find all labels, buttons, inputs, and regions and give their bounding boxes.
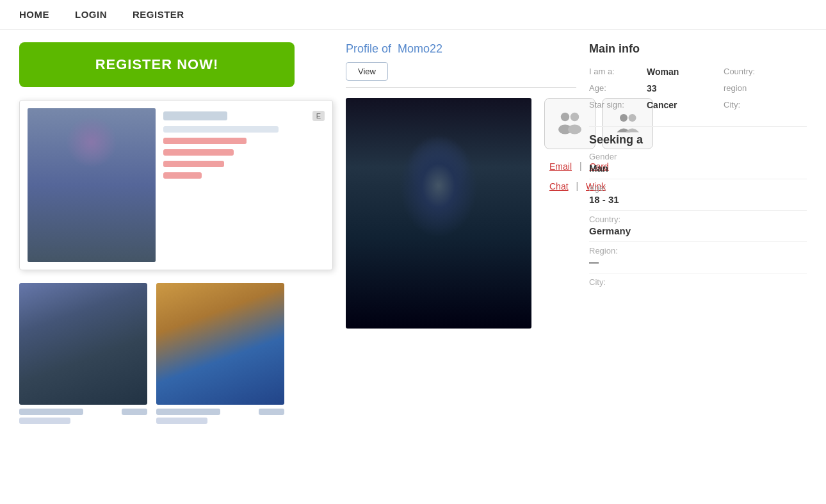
info-row-starsign: Star sign: Cancer City: <box>589 97 807 113</box>
popup-tag-2 <box>163 149 234 156</box>
separator-1: | <box>577 159 584 173</box>
nav-register[interactable]: REGISTER <box>133 9 184 20</box>
seeking-age-value: 18 - 31 <box>589 194 807 205</box>
seeking-title: Seeking a <box>589 133 807 147</box>
navigation: HOME LOGIN REGISTER <box>0 0 826 29</box>
popup-username-blurred <box>163 111 227 120</box>
separator-2: | <box>574 179 581 193</box>
email-link[interactable]: Email <box>544 161 577 172</box>
popup-photo-image <box>28 108 156 262</box>
thumbnail-grid <box>19 283 333 424</box>
svg-point-2 <box>571 113 579 122</box>
main-profile-photo <box>346 98 531 329</box>
age-label: Age: <box>589 80 647 97</box>
nav-login[interactable]: LOGIN <box>75 9 107 20</box>
thumb-name-blurred-2 <box>156 409 220 415</box>
thumb-name-blurred-1 <box>19 409 83 415</box>
chat-link[interactable]: Chat <box>544 181 574 191</box>
thumb-meta-1 <box>19 409 147 415</box>
main-photo-image <box>346 98 531 329</box>
seeking-divider-1 <box>589 179 807 179</box>
profile-main: Profile of Momo22 View <box>346 42 576 424</box>
seeking-region-value: — <box>589 257 807 268</box>
main-info-title: Main info <box>589 42 807 56</box>
profile-divider <box>346 87 576 88</box>
thumbnail-item-2[interactable] <box>156 283 284 424</box>
right-panel: Main info I am a: Woman Country: Age: 33… <box>589 42 807 424</box>
profile-title: Profile of Momo22 <box>346 42 576 56</box>
info-row-gender: I am a: Woman Country: <box>589 63 807 80</box>
iam-value: Woman <box>647 63 724 80</box>
popup-profile-photo <box>28 108 156 262</box>
popup-online-badge: E <box>312 111 325 121</box>
nav-home[interactable]: HOME <box>19 9 49 20</box>
thumbnail-item-1[interactable] <box>19 283 147 424</box>
starsign-value: Cancer <box>647 97 724 113</box>
thumbnail-photo-1 <box>19 283 147 405</box>
region-label: region <box>724 80 807 97</box>
seeking-section: Seeking a Gender Man Age: 18 - 31 Countr… <box>589 133 807 287</box>
seeking-divider-2 <box>589 210 807 211</box>
profile-header: Profile of Momo22 View <box>346 42 576 81</box>
starsign-label: Star sign: <box>589 97 647 113</box>
profile-card-popup: E <box>19 100 333 270</box>
seeking-age-label: Age: <box>589 183 807 193</box>
profile-title-prefix: Profile of <box>346 42 391 55</box>
profile-photo-area: Email | Card Chat | Wink <box>346 98 576 329</box>
main-wrapper: REGISTER NOW! E <box>0 29 826 437</box>
main-info-section: Main info I am a: Woman Country: Age: 33… <box>589 42 807 113</box>
thumb-loc-blurred-2 <box>156 418 207 424</box>
right-divider <box>589 126 807 127</box>
seeking-country-label: Country: <box>589 215 807 224</box>
seeking-country-value: Germany <box>589 225 807 236</box>
popup-name-row: E <box>163 111 325 121</box>
svg-point-0 <box>561 113 570 122</box>
main-info-table: I am a: Woman Country: Age: 33 region St… <box>589 63 807 113</box>
left-sidebar: REGISTER NOW! E <box>19 42 333 424</box>
contact-icon-box[interactable] <box>544 98 595 149</box>
thumb-loc-blurred-1 <box>19 418 70 424</box>
popup-desc-blurred <box>163 126 279 133</box>
thumb-age-blurred-1 <box>122 409 147 415</box>
thumb-meta2-2 <box>156 418 284 424</box>
register-now-button[interactable]: REGISTER NOW! <box>19 42 295 87</box>
seeking-region-label: Region: <box>589 246 807 256</box>
thumb-meta2-1 <box>19 418 147 424</box>
people-icon-1 <box>555 108 585 139</box>
info-row-age: Age: 33 region <box>589 80 807 97</box>
age-value: 33 <box>647 80 724 97</box>
iam-label: I am a: <box>589 63 647 80</box>
seeking-divider-3 <box>589 241 807 242</box>
seeking-city-label: City: <box>589 277 807 287</box>
popup-tag-4 <box>163 172 202 179</box>
seeking-gender-value: Man <box>589 163 807 174</box>
seeking-gender-label: Gender <box>589 152 807 161</box>
popup-tag-3 <box>163 161 224 167</box>
city-label: City: <box>724 97 807 113</box>
popup-info: E <box>163 108 325 262</box>
seeking-divider-4 <box>589 273 807 273</box>
thumbnail-photo-2 <box>156 283 284 405</box>
profile-username: Momo22 <box>398 42 442 55</box>
view-button[interactable]: View <box>346 62 388 81</box>
thumb-age-blurred-2 <box>259 409 284 415</box>
svg-point-3 <box>568 125 581 134</box>
popup-tag-1 <box>163 138 247 144</box>
thumb-meta-2 <box>156 409 284 415</box>
country-label: Country: <box>724 63 807 80</box>
